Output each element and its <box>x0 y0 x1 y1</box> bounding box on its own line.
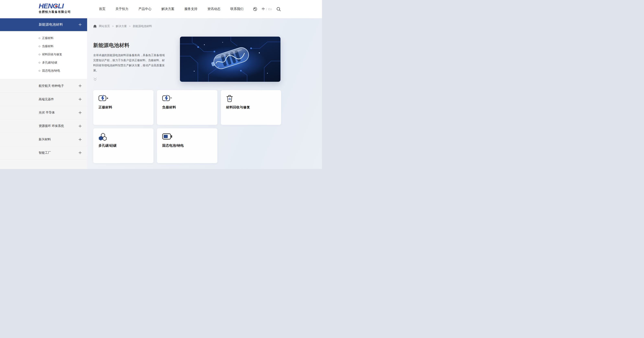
card-label: 固态电池/钠电 <box>162 143 212 148</box>
nav-item-contact[interactable]: 联系我们 <box>230 7 244 11</box>
header-utilities: 中 / En <box>253 0 281 18</box>
card-solid-state-battery[interactable]: 固态电池/钠电 <box>157 128 217 163</box>
circle-bullet-icon <box>39 62 40 63</box>
section-label: 高端元器件 <box>39 97 54 101</box>
nav-item-solutions[interactable]: 解决方案 <box>162 7 174 11</box>
section-label: 资源循环 环保系统 <box>39 124 64 128</box>
nav-item-service[interactable]: 服务支持 <box>184 7 198 11</box>
plus-icon[interactable] <box>78 124 82 127</box>
breadcrumb-separator: > <box>129 25 130 28</box>
intro-description: 全球卓越的新能源电池材料设备服务商，具备热工装备领域完整知识产权，致力于为客户提… <box>93 53 166 73</box>
breadcrumb-home[interactable]: 网站首页 <box>99 24 110 28</box>
header: HENGLI 合肥恒力装备有限公司 首页 关于恒力 产品中心 解决方案 服务支持… <box>0 0 322 18</box>
page: HENGLI 合肥恒力装备有限公司 首页 关于恒力 产品中心 解决方案 服务支持… <box>0 0 322 169</box>
subitem-label: 正极材料 <box>42 36 54 40</box>
circle-bullet-icon <box>39 45 40 47</box>
sidebar-item-recycling-env[interactable]: 资源循环 环保系统 <box>0 119 87 133</box>
subitem-label: 材料回收与修复 <box>42 53 62 56</box>
card-label: 材料回收与修复 <box>226 105 276 110</box>
main-content: 网站首页 > 解决方案 > 新能源电池材料 新能源电池材料 全球卓越的新能源电池… <box>87 18 322 169</box>
plus-icon[interactable] <box>78 151 82 154</box>
logo-company-name: 合肥恒力装备有限公司 <box>39 10 71 14</box>
solution-cards: 正极材料 负极材料 <box>93 90 281 163</box>
plus-icon[interactable] <box>78 98 82 101</box>
intro-section: 新能源电池材料 全球卓越的新能源电池材料设备服务商，具备热工装备领域完整知识产权… <box>93 42 166 82</box>
logo-red-dot-icon <box>55 5 57 7</box>
plus-icon[interactable] <box>78 111 82 114</box>
section-label: 航空航天 特种电子 <box>39 84 64 88</box>
company-logo[interactable]: HENGLI 合肥恒力装备有限公司 <box>39 2 71 14</box>
nav-item-products[interactable]: 产品中心 <box>138 7 152 11</box>
sidebar-item-components[interactable]: 高端元器件 <box>0 93 87 106</box>
language-switch: 中 / En <box>262 7 272 11</box>
card-porous-carbon[interactable]: 多孔碳/硅碳 <box>93 128 154 163</box>
subitem-label: 固态电池/钠电 <box>42 69 60 73</box>
subitem-label: 负极材料 <box>42 44 54 48</box>
breadcrumb: 网站首页 > 解决方案 > 新能源电池材料 <box>93 24 152 28</box>
sidebar-item-new-energy-battery[interactable]: 新能源电池材料 <box>0 18 87 31</box>
sidebar-subitem-porous-carbon[interactable]: 多孔碳/硅碳 <box>0 58 87 67</box>
battery-solid-icon <box>162 133 212 141</box>
lang-separator: / <box>266 7 267 11</box>
breadcrumb-solutions[interactable]: 解决方案 <box>116 24 127 28</box>
sidebar-subitem-solid-state[interactable]: 固态电池/钠电 <box>0 67 87 75</box>
sidebar: 新能源电池材料 正极材料 负极材料 材料回收与修复 多孔碳/硅碳 <box>0 18 87 169</box>
sidebar-subitem-recycling[interactable]: 材料回收与修复 <box>0 50 87 58</box>
sidebar-active-label: 新能源电池材料 <box>39 22 63 27</box>
breadcrumb-separator: > <box>112 25 114 28</box>
home-icon[interactable] <box>93 25 97 28</box>
card-label: 正极材料 <box>98 105 148 110</box>
sidebar-item-new-materials[interactable]: 新兴材料 <box>0 133 87 146</box>
main-nav: 首页 关于恒力 产品中心 解决方案 服务支持 资讯动态 联系我们 <box>99 0 244 18</box>
circle-bullet-icon <box>39 37 40 39</box>
recycle-bin-icon: ♻ <box>226 95 276 102</box>
circle-bullet-icon <box>39 70 40 72</box>
sidebar-item-aerospace[interactable]: 航空航天 特种电子 <box>0 79 87 93</box>
sidebar-subitem-anode[interactable]: 负极材料 <box>0 42 87 50</box>
hero-image-battery-circuit <box>180 37 280 82</box>
lang-en[interactable]: En <box>268 7 272 11</box>
plus-icon[interactable] <box>78 84 82 87</box>
sidebar-sections: 航空航天 特种电子 高端元器件 光伏 半导体 资源循环 环保系统 新兴材料 智能… <box>0 79 87 160</box>
hexagons-icon <box>98 133 148 141</box>
sidebar-item-photovoltaic[interactable]: 光伏 半导体 <box>0 106 87 120</box>
circle-bullet-icon <box>39 54 40 55</box>
globe-icon[interactable] <box>253 7 257 11</box>
card-cathode-materials[interactable]: 正极材料 <box>93 90 154 125</box>
sidebar-item-smart-factory[interactable]: 智能工厂 <box>0 146 87 160</box>
card-material-recycling[interactable]: ♻ 材料回收与修复 <box>221 90 281 125</box>
card-label: 多孔碳/硅碳 <box>98 143 148 148</box>
sidebar-submenu: 正极材料 负极材料 材料回收与修复 多孔碳/硅碳 固态电池/钠电 <box>0 31 87 79</box>
svg-text:♻: ♻ <box>228 97 231 101</box>
plus-icon[interactable] <box>78 138 82 141</box>
lang-zh[interactable]: 中 <box>262 7 265 11</box>
search-icon[interactable] <box>276 7 281 11</box>
double-chevron-down-icon <box>93 77 166 82</box>
sidebar-subitem-cathode[interactable]: 正极材料 <box>0 34 87 42</box>
subitem-label: 多孔碳/硅碳 <box>42 61 57 64</box>
nav-item-news[interactable]: 资讯动态 <box>208 7 220 11</box>
card-anode-materials[interactable]: 负极材料 <box>157 90 217 125</box>
battery-plus-icon <box>98 95 148 102</box>
page-title: 新能源电池材料 <box>93 42 166 49</box>
nav-item-about[interactable]: 关于恒力 <box>116 7 128 11</box>
section-label: 光伏 半导体 <box>39 111 55 114</box>
breadcrumb-current: 新能源电池材料 <box>133 24 152 28</box>
plus-icon[interactable] <box>78 23 82 26</box>
card-label: 负极材料 <box>162 105 212 110</box>
section-label: 智能工厂 <box>39 151 51 155</box>
nav-item-home[interactable]: 首页 <box>99 7 106 11</box>
battery-minus-icon <box>162 95 212 102</box>
section-label: 新兴材料 <box>39 137 51 141</box>
